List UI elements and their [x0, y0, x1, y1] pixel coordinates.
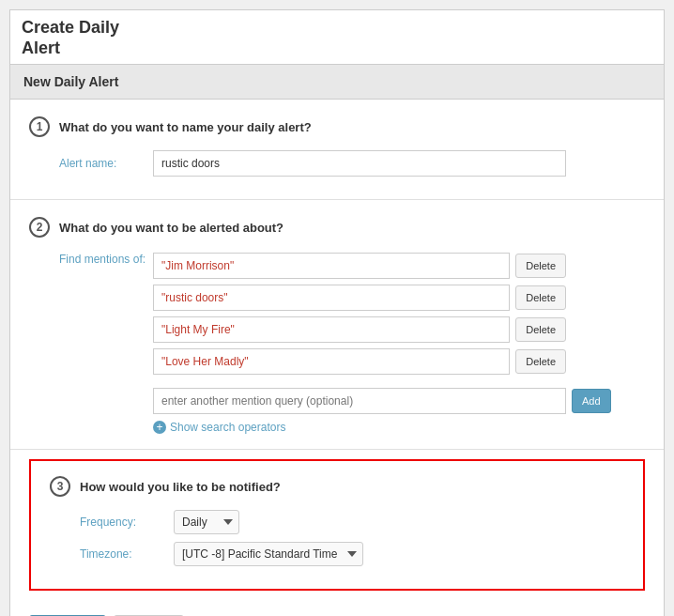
- frequency-select[interactable]: DailyWeekly: [174, 510, 239, 534]
- section-3-question: How would you like to be notified?: [80, 480, 281, 494]
- section-3: 3 How would you like to be notified? Fre…: [29, 459, 645, 591]
- section-2-question: What do you want to be alerted about?: [59, 221, 283, 235]
- show-operators-link[interactable]: + Show search operators: [153, 421, 285, 434]
- timezone-row: Timezone: [UTC -8] Pacific Standard Time…: [50, 542, 624, 566]
- alert-name-row: Alert name:: [29, 150, 645, 177]
- mentions-container: DeleteDeleteDeleteDelete: [153, 253, 566, 380]
- show-operators-row: + Show search operators: [29, 420, 645, 434]
- section-3-header: 3 How would you like to be notified?: [50, 476, 624, 497]
- step-2-circle: 2: [29, 217, 50, 238]
- mention-input[interactable]: [153, 348, 510, 375]
- list-item: Delete: [153, 285, 566, 311]
- section-1: 1 What do you want to name your daily al…: [10, 100, 664, 200]
- find-mentions-label-row: Find mentions of: DeleteDeleteDeleteDele…: [29, 251, 645, 380]
- delete-mention-button[interactable]: Delete: [515, 254, 566, 278]
- timezone-label: Timezone:: [80, 547, 174, 561]
- step-3-circle: 3: [50, 476, 70, 497]
- frequency-label: Frequency:: [80, 516, 174, 529]
- page-container: Create Daily Alert New Daily Alert 1 Wha…: [9, 9, 665, 616]
- delete-mention-button[interactable]: Delete: [515, 349, 566, 374]
- alert-name-input[interactable]: [153, 150, 566, 177]
- new-mention-input[interactable]: [153, 388, 566, 414]
- list-item: Delete: [153, 316, 566, 343]
- mention-input[interactable]: [153, 253, 510, 279]
- frequency-row: Frequency: DailyWeekly: [50, 510, 624, 534]
- panel-header: New Daily Alert: [10, 64, 664, 100]
- page-title: Create Daily Alert: [10, 10, 664, 64]
- timezone-select[interactable]: [UTC -8] Pacific Standard Time[UTC -5] E…: [174, 542, 363, 566]
- list-item: Delete: [153, 348, 566, 375]
- mention-input[interactable]: [153, 316, 510, 343]
- form-body: 1 What do you want to name your daily al…: [10, 100, 664, 616]
- add-mention-button[interactable]: Add: [572, 389, 611, 413]
- section-1-header: 1 What do you want to name your daily al…: [29, 116, 645, 137]
- mention-input[interactable]: [153, 285, 510, 311]
- alert-name-label: Alert name:: [59, 157, 153, 170]
- section-3-wrapper: 3 How would you like to be notified? Fre…: [10, 450, 664, 591]
- section-2: 2 What do you want to be alerted about? …: [10, 200, 664, 450]
- list-item: Delete: [153, 253, 566, 279]
- delete-mention-button[interactable]: Delete: [515, 285, 566, 310]
- delete-mention-button[interactable]: Delete: [515, 317, 566, 342]
- new-mention-row: Add: [29, 388, 645, 414]
- section-1-question: What do you want to name your daily aler…: [59, 120, 312, 134]
- section-2-header: 2 What do you want to be alerted about?: [29, 217, 645, 238]
- step-1-circle: 1: [29, 116, 50, 137]
- plus-icon: +: [153, 421, 166, 434]
- find-mentions-label: Find mentions of:: [59, 253, 153, 266]
- title-line1: Create Daily Alert: [22, 18, 652, 58]
- footer: Submit Cancel: [10, 600, 664, 616]
